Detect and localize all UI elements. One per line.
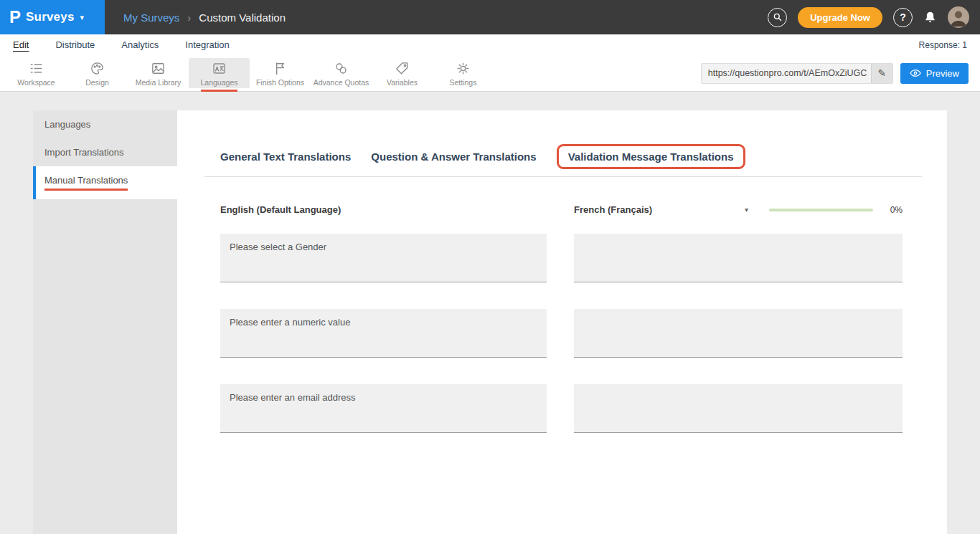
- breadcrumb-my-surveys[interactable]: My Surveys: [123, 11, 179, 24]
- quotas-icon: [333, 60, 349, 77]
- toolbar-item-advance-quotas[interactable]: Advance Quotas: [311, 58, 372, 88]
- toolbar-item-label: Settings: [450, 78, 477, 87]
- target-input-box-2[interactable]: [574, 309, 903, 358]
- sidebar-item-label: Languages: [44, 119, 90, 130]
- survey-nav: Edit Distribute Analytics Integration Re…: [0, 34, 980, 55]
- source-text-box-3[interactable]: Please enter an email address: [220, 384, 547, 433]
- toolbar-item-label: Variables: [387, 78, 418, 87]
- toolbar-item-finish-options[interactable]: Finish Options: [250, 58, 311, 88]
- breadcrumb-separator-icon: ›: [187, 11, 191, 24]
- nav-tab-distribute[interactable]: Distribute: [55, 39, 95, 50]
- image-icon: [150, 60, 166, 77]
- sidebar-item-label: Manual Translations: [44, 175, 128, 191]
- toolbar-right: https://questionpro.com/t/AEmOxZiUGC ✎ P…: [701, 63, 974, 84]
- toolbar-item-label: Design: [85, 78, 109, 87]
- edit-toolbar: Workspace Design Media Library Languages…: [0, 55, 980, 92]
- target-language-dropdown[interactable]: French (Français) ▾: [574, 204, 748, 215]
- toolbar-item-label: Finish Options: [256, 78, 304, 87]
- survey-url-value[interactable]: https://questionpro.com/t/AEmOxZiUGC: [702, 64, 871, 83]
- target-language-label: French (Français): [574, 204, 652, 215]
- user-avatar[interactable]: [948, 6, 969, 28]
- workspace-icon: [28, 60, 44, 77]
- tabs-divider: [204, 176, 922, 177]
- tab-general-text-translations[interactable]: General Text Translations: [220, 146, 351, 168]
- search-icon[interactable]: [768, 8, 787, 27]
- toolbar-item-label: Advance Quotas: [314, 78, 369, 87]
- source-text-box-2[interactable]: Please enter a numeric value: [220, 309, 547, 358]
- source-language-header: English (Default Language): [220, 204, 547, 215]
- translation-row: Please select a Gender: [220, 234, 922, 282]
- progress-percent: 0%: [890, 205, 903, 215]
- questionpro-logo-icon: P: [9, 9, 21, 26]
- tab-question-answer-translations[interactable]: Question & Answer Translations: [371, 146, 536, 168]
- tag-icon: [394, 60, 410, 77]
- toolbar-item-workspace[interactable]: Workspace: [6, 58, 67, 88]
- translation-rows: Please select a Gender Please enter a nu…: [220, 234, 922, 433]
- toolbar-item-variables[interactable]: Variables: [372, 58, 433, 88]
- toolbar-item-design[interactable]: Design: [67, 58, 128, 88]
- toolbar-item-media-library[interactable]: Media Library: [128, 58, 189, 88]
- nav-tab-analytics[interactable]: Analytics: [121, 39, 159, 50]
- tab-validation-message-translations[interactable]: Validation Message Translations: [557, 144, 745, 169]
- chevron-down-icon: ▾: [745, 206, 748, 214]
- translation-tabs: General Text Translations Question & Ans…: [220, 144, 922, 169]
- toolbar-item-label: Workspace: [17, 78, 55, 87]
- target-input-box-3[interactable]: [574, 384, 903, 433]
- translation-progress: 0%: [769, 205, 903, 215]
- toolbar-item-settings[interactable]: Settings: [433, 58, 494, 88]
- palette-icon: [89, 60, 105, 77]
- sidebar-item-manual-translations[interactable]: Manual Translations: [33, 166, 177, 199]
- gear-icon: [455, 60, 471, 77]
- survey-url-field: https://questionpro.com/t/AEmOxZiUGC ✎: [701, 63, 893, 84]
- app-logo[interactable]: P Surveys ▾: [0, 0, 105, 34]
- help-icon[interactable]: ?: [893, 8, 913, 27]
- breadcrumb: My Surveys › Custom Validation: [123, 11, 286, 24]
- preview-button-label: Preview: [926, 68, 959, 79]
- flag-icon: [272, 60, 288, 77]
- translate-icon: [211, 60, 227, 77]
- language-header-row: English (Default Language) French (Franç…: [220, 204, 922, 215]
- eye-icon: [910, 67, 921, 79]
- sidebar-item-import-translations[interactable]: Import Translations: [33, 138, 177, 166]
- topbar-actions: Upgrade Now ?: [768, 6, 980, 28]
- breadcrumb-current: Custom Validation: [199, 11, 286, 24]
- annotation-underline: [201, 90, 237, 92]
- target-input-box-1[interactable]: [574, 234, 903, 282]
- topbar: P Surveys ▾ My Surveys › Custom Validati…: [0, 0, 980, 34]
- response-count[interactable]: Response: 1: [919, 40, 967, 50]
- nav-tab-integration[interactable]: Integration: [185, 39, 229, 50]
- notifications-bell-icon[interactable]: [923, 11, 937, 24]
- toolbar-item-languages[interactable]: Languages: [189, 58, 250, 88]
- preview-button[interactable]: Preview: [900, 63, 969, 84]
- toolbar-item-label: Languages: [201, 78, 238, 87]
- translations-panel: General Text Translations Question & Ans…: [177, 110, 947, 534]
- sidebar-item-label: Import Translations: [44, 147, 124, 158]
- app-name: Surveys: [26, 10, 75, 24]
- translation-row: Please enter a numeric value: [220, 309, 922, 358]
- source-text-box-1[interactable]: Please select a Gender: [220, 234, 547, 282]
- page: P Surveys ▾ My Surveys › Custom Validati…: [0, 0, 980, 534]
- nav-tab-edit[interactable]: Edit: [13, 39, 29, 50]
- chevron-down-icon: ▾: [80, 13, 85, 22]
- upgrade-now-button[interactable]: Upgrade Now: [798, 7, 882, 28]
- progress-bar: [769, 209, 873, 211]
- translation-row: Please enter an email address: [220, 384, 922, 433]
- content-area: Languages Import Translations Manual Tra…: [0, 92, 980, 534]
- edit-url-pencil-icon[interactable]: ✎: [871, 64, 892, 83]
- sidebar-item-languages[interactable]: Languages: [33, 110, 177, 138]
- languages-sidebar: Languages Import Translations Manual Tra…: [33, 110, 177, 534]
- toolbar-item-label: Media Library: [136, 78, 182, 87]
